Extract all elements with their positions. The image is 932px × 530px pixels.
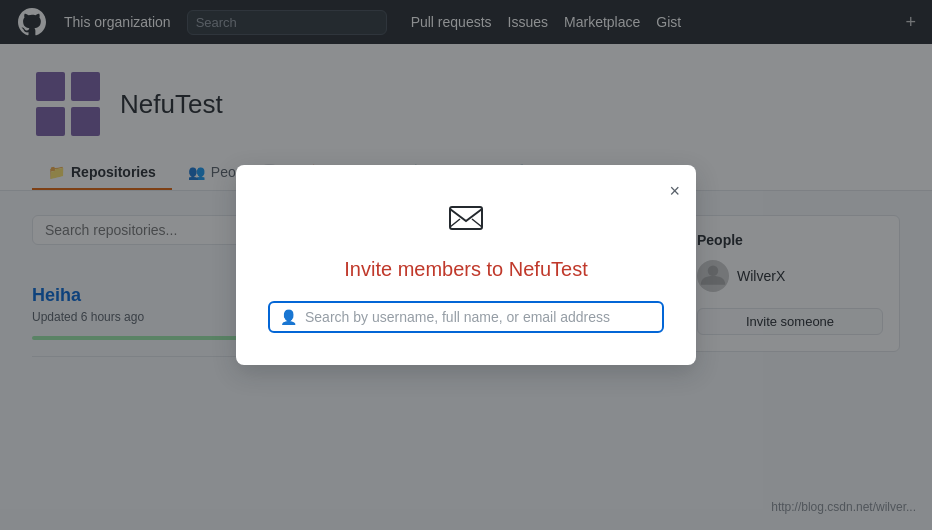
svg-rect-1: [450, 207, 482, 229]
mail-icon: [268, 197, 664, 246]
modal-close-button[interactable]: ×: [669, 181, 680, 202]
person-search-icon: 👤: [280, 309, 297, 325]
modal-search-wrap: 👤: [268, 301, 664, 333]
invite-modal: × Invite members to NefuTest 👤: [236, 165, 696, 365]
modal-overlay[interactable]: × Invite members to NefuTest 👤: [0, 0, 932, 381]
modal-title-orgname: NefuTest: [509, 258, 588, 280]
modal-title-prefix: Invite members to: [344, 258, 509, 280]
invite-search-input[interactable]: [305, 309, 652, 325]
modal-title: Invite members to NefuTest: [268, 258, 664, 281]
envelope-icon: [446, 197, 486, 237]
